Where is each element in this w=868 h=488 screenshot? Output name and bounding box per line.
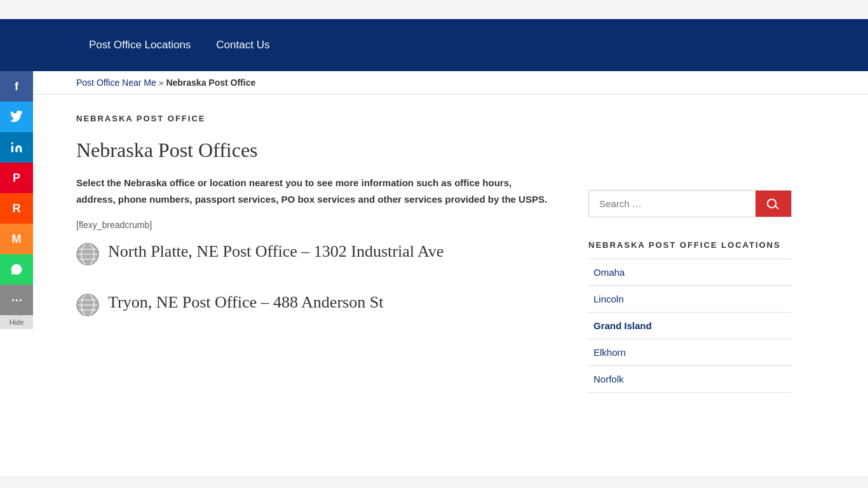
main-wrapper: NEBRASKA POST OFFICE Nebraska Post Offic… <box>0 95 868 476</box>
social-twitter[interactable] <box>0 102 33 132</box>
location-item-elkhorn: Elkhorn <box>588 339 792 366</box>
social-facebook[interactable]: f <box>0 71 33 102</box>
location-link-norfolk[interactable]: Norfolk <box>588 372 792 386</box>
post-title-1: North Platte, NE Post Office – 1302 Indu… <box>108 240 444 262</box>
social-pinterest[interactable]: P <box>0 163 33 193</box>
post-link-1[interactable]: North Platte, NE Post Office – 1302 Indu… <box>108 242 444 261</box>
post-globe-icon <box>76 243 99 266</box>
location-link-lincoln[interactable]: Lincoln <box>588 292 792 306</box>
location-link-omaha[interactable]: Omaha <box>588 266 792 279</box>
top-bar <box>0 0 868 19</box>
content-area: NEBRASKA POST OFFICE Nebraska Post Offic… <box>76 114 550 451</box>
post-link-2[interactable]: Tryon, NE Post Office – 488 Anderson St <box>108 293 383 311</box>
location-item-omaha: Omaha <box>588 259 792 286</box>
post-item: North Platte, NE Post Office – 1302 Indu… <box>76 240 550 272</box>
location-link-elkhorn[interactable]: Elkhorn <box>588 346 792 359</box>
post-title-2: Tryon, NE Post Office – 488 Anderson St <box>108 291 383 313</box>
locations-list: Omaha Lincoln Grand Island Elkhorn Norfo… <box>588 259 792 393</box>
social-sidebar: f P R M ⋯ Hide <box>0 71 33 329</box>
locations-widget: NEBRASKA POST OFFICE LOCATIONS Omaha Lin… <box>588 240 792 393</box>
social-reddit[interactable]: R <box>0 193 33 224</box>
post-globe-icon-2 <box>76 294 99 316</box>
nav-contact-us[interactable]: Contact Us <box>203 21 282 69</box>
page-heading: Nebraska Post Offices <box>76 139 550 162</box>
search-button[interactable] <box>756 191 791 217</box>
main-nav: Post Office Locations Contact Us <box>0 19 868 71</box>
location-item-lincoln: Lincoln <box>588 286 792 313</box>
breadcrumb-separator: » <box>159 78 164 88</box>
location-item-grand-island: Grand Island <box>588 313 792 339</box>
social-hide-button[interactable]: Hide <box>0 315 33 329</box>
post-item-2: Tryon, NE Post Office – 488 Anderson St <box>76 291 550 323</box>
nav-post-office-locations[interactable]: Post Office Locations <box>76 21 203 69</box>
social-mix[interactable]: M <box>0 224 33 254</box>
social-more[interactable]: ⋯ <box>0 285 33 315</box>
breadcrumb-current: Nebraska Post Office <box>166 78 255 88</box>
svg-point-0 <box>11 142 13 144</box>
location-link-grand-island[interactable]: Grand Island <box>588 319 792 332</box>
page-description: Select the Nebraska office or location n… <box>76 175 550 207</box>
sidebar: NEBRASKA POST OFFICE LOCATIONS Omaha Lin… <box>588 114 792 451</box>
search-widget <box>588 190 792 217</box>
locations-heading: NEBRASKA POST OFFICE LOCATIONS <box>588 240 792 250</box>
location-item-norfolk: Norfolk <box>588 366 792 393</box>
social-whatsapp[interactable] <box>0 254 33 285</box>
search-icon <box>767 198 780 210</box>
social-linkedin[interactable] <box>0 132 33 163</box>
breadcrumb-bar: Post Office Near Me » Nebraska Post Offi… <box>0 71 868 95</box>
search-input[interactable] <box>589 191 756 217</box>
breadcrumb-shortcode: [flexy_breadcrumb] <box>76 220 550 230</box>
search-form <box>588 190 792 217</box>
page-label: NEBRASKA POST OFFICE <box>76 114 550 123</box>
breadcrumb-parent[interactable]: Post Office Near Me <box>76 78 156 88</box>
